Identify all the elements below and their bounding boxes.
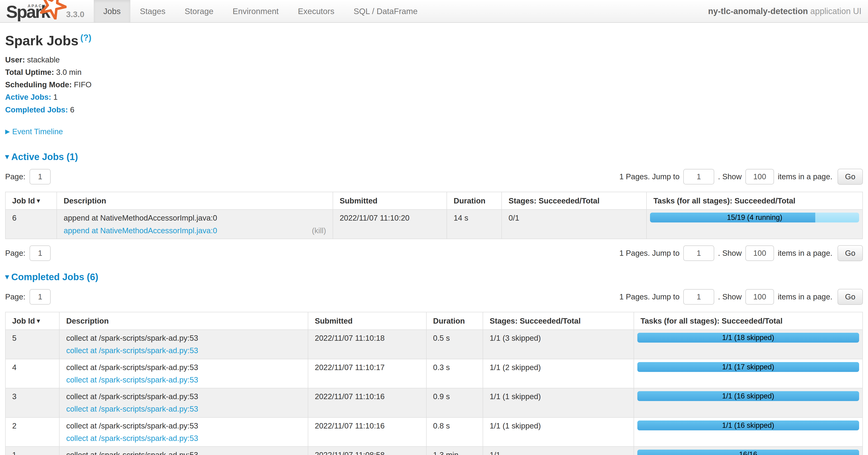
pages-jump-text: 1 Pages. Jump to (619, 292, 680, 302)
go-button[interactable]: Go (838, 245, 863, 261)
summary-uptime-value: 3.0 min (56, 68, 82, 77)
job-description-text: collect at /spark-scripts/spark-ad.py:53 (66, 363, 301, 372)
job-description-link[interactable]: append at NativeMethodAccessorImpl.java:… (64, 226, 217, 235)
col-tasks[interactable]: Tasks (for all stages): Succeeded/Total (634, 312, 863, 330)
table-row: 1 collect at /spark-scripts/spark-ad.py:… (5, 447, 863, 455)
submitted-cell: 2022/11/07 11:08:58 (308, 447, 426, 455)
col-description[interactable]: Description (59, 312, 308, 330)
tasks-cell: 1/1 (17 skipped) (634, 359, 863, 388)
progress-label: 15/19 (4 running) (650, 212, 859, 223)
items-per-page-input[interactable] (745, 289, 774, 305)
job-id-cell: 2 (5, 418, 59, 447)
job-description-link[interactable]: collect at /spark-scripts/spark-ad.py:53 (66, 346, 198, 355)
stages-cell: 1/1 (3 skipped) (483, 330, 634, 359)
sort-desc-icon: ▾ (37, 197, 40, 204)
table-row: 4 collect at /spark-scripts/spark-ad.py:… (5, 359, 863, 388)
application-name: ny-tlc-anomaly-detection application UI (708, 6, 868, 17)
description-cell: collect at /spark-scripts/spark-ad.py:53… (59, 418, 308, 447)
application-name-strong: ny-tlc-anomaly-detection (708, 6, 808, 16)
tab-jobs[interactable]: Jobs (94, 0, 130, 22)
job-description-link[interactable]: collect at /spark-scripts/spark-ad.py:53 (66, 375, 198, 385)
items-in-page-text: items in a page. (778, 248, 832, 258)
tasks-cell: 1/1 (16 skipped) (634, 388, 863, 418)
duration-cell: 0.3 s (426, 359, 483, 388)
tab-environment[interactable]: Environment (223, 0, 288, 22)
submitted-cell: 2022/11/07 11:10:16 (308, 418, 426, 447)
col-tasks[interactable]: Tasks (for all stages): Succeeded/Total (647, 192, 863, 209)
go-button[interactable]: Go (838, 289, 863, 305)
summary-completed-jobs: Completed Jobs: 6 (5, 105, 863, 115)
col-job-id[interactable]: Job Id▾ (5, 312, 59, 330)
completed-jobs-pager-top: Page: 1 Pages. Jump to . Show items in a… (5, 289, 863, 305)
event-timeline-toggle[interactable]: ▶Event Timeline (5, 127, 63, 136)
tab-stages[interactable]: Stages (130, 0, 175, 22)
completed-jobs-section-header[interactable]: ▾Completed Jobs (6) (5, 271, 863, 283)
spark-brand[interactable]: APACHE Spark 3.3.0 (6, 0, 91, 22)
job-description-text: collect at /spark-scripts/spark-ad.py:53 (66, 450, 301, 455)
tasks-progress-bar: 16/16 (637, 450, 859, 455)
nav-tabs: Jobs Stages Storage Environment Executor… (94, 0, 427, 22)
summary-uptime-label: Total Uptime: (5, 68, 54, 77)
tab-storage[interactable]: Storage (175, 0, 223, 22)
job-description-link[interactable]: collect at /spark-scripts/spark-ad.py:53 (66, 404, 198, 414)
application-ui-suffix: application UI (808, 6, 862, 16)
tasks-cell: 16/16 (634, 447, 863, 455)
col-duration[interactable]: Duration (447, 192, 502, 209)
active-jobs-section-header[interactable]: ▾Active Jobs (1) (5, 151, 863, 163)
page-label: Page: (5, 172, 25, 181)
progress-label: 1/1 (16 skipped) (637, 391, 859, 401)
tasks-progress-bar: 1/1 (16 skipped) (637, 421, 859, 430)
stages-cell: 1/1 (2 skipped) (483, 359, 634, 388)
active-jobs-pager-bottom: Page: 1 Pages. Jump to . Show items in a… (5, 245, 863, 261)
help-link[interactable]: (?) (81, 33, 91, 42)
spark-version: 3.3.0 (66, 9, 84, 21)
submitted-cell: 2022/11/07 11:10:18 (308, 330, 426, 359)
col-description[interactable]: Description (57, 192, 333, 209)
pages-jump-text: 1 Pages. Jump to (619, 248, 680, 258)
items-per-page-input[interactable] (745, 246, 774, 261)
job-id-cell: 3 (5, 388, 59, 418)
table-row: 6 append at NativeMethodAccessorImpl.jav… (5, 209, 863, 239)
page-number-input[interactable] (30, 246, 51, 261)
description-cell: append at NativeMethodAccessorImpl.java:… (57, 209, 333, 239)
col-submitted[interactable]: Submitted (308, 312, 426, 330)
items-per-page-input[interactable] (745, 169, 774, 184)
duration-cell: 0.9 s (426, 388, 483, 418)
tab-sql-dataframe[interactable]: SQL / DataFrame (344, 0, 427, 22)
jump-to-input[interactable] (683, 289, 714, 305)
summary-scheduling-value: FIFO (74, 80, 91, 89)
items-in-page-text: items in a page. (778, 172, 832, 181)
submitted-cell: 2022/11/07 11:10:20 (333, 209, 447, 239)
page-number-input[interactable] (30, 289, 51, 305)
top-navbar: APACHE Spark 3.3.0 Jobs Stages Storage E… (0, 0, 868, 23)
tasks-progress-bar: 15/19 (4 running) (650, 212, 859, 223)
tab-executors[interactable]: Executors (288, 0, 344, 22)
duration-cell: 0.5 s (426, 330, 483, 359)
submitted-cell: 2022/11/07 11:10:16 (308, 388, 426, 418)
summary-scheduling-mode: Scheduling Mode: FIFO (5, 80, 863, 89)
col-duration[interactable]: Duration (426, 312, 483, 330)
col-stages[interactable]: Stages: Succeeded/Total (483, 312, 634, 330)
col-submitted[interactable]: Submitted (333, 192, 447, 209)
completed-jobs-link[interactable]: Completed Jobs: (5, 105, 68, 114)
event-timeline-label: Event Timeline (12, 127, 63, 136)
job-summary-list: User: stackable Total Uptime: 3.0 min Sc… (5, 55, 863, 115)
expand-right-icon: ▶ (5, 128, 10, 135)
job-description-text: collect at /spark-scripts/spark-ad.py:53 (66, 392, 301, 401)
go-button[interactable]: Go (838, 169, 863, 185)
show-text: . Show (718, 248, 742, 258)
duration-cell: 1.3 min (426, 447, 483, 455)
col-stages[interactable]: Stages: Succeeded/Total (502, 192, 647, 209)
page-title-text: Spark Jobs (5, 33, 79, 48)
col-job-id[interactable]: Job Id▾ (5, 192, 57, 209)
jump-to-input[interactable] (683, 169, 714, 184)
job-id-cell: 4 (5, 359, 59, 388)
page-number-input[interactable] (30, 169, 51, 184)
job-description-link[interactable]: collect at /spark-scripts/spark-ad.py:53 (66, 433, 198, 443)
summary-uptime: Total Uptime: 3.0 min (5, 67, 863, 77)
completed-jobs-table: Job Id▾ Description Submitted Duration S… (5, 312, 863, 455)
kill-link[interactable]: (kill) (312, 226, 326, 235)
tasks-progress-bar: 1/1 (18 skipped) (637, 333, 859, 343)
active-jobs-link[interactable]: Active Jobs: (5, 93, 51, 102)
jump-to-input[interactable] (683, 246, 714, 261)
